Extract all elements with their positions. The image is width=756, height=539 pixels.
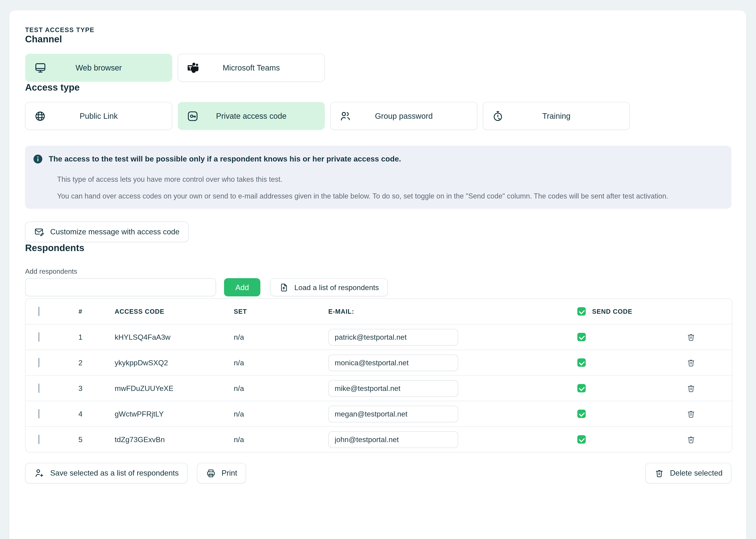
row-checkbox[interactable] (38, 434, 39, 444)
mail-edit-icon (34, 226, 45, 237)
channel-option-microsoft-teams[interactable]: Microsoft Teams (178, 54, 325, 82)
info-icon (34, 155, 42, 165)
row-email-input[interactable] (328, 354, 458, 371)
access-option-public-link[interactable]: Public Link (25, 102, 172, 130)
table-row: 2 ykykppDwSXQ2 n/a (26, 350, 732, 376)
test-access-panel: TEST ACCESS TYPE Channel Web browser Mic… (9, 10, 746, 539)
row-set: n/a (217, 435, 311, 444)
row-checkbox[interactable] (38, 332, 39, 342)
print-label: Print (222, 469, 237, 478)
channel-option-web-browser[interactable]: Web browser (25, 54, 172, 82)
row-send-code-checkbox[interactable] (578, 384, 586, 393)
delete-row-button[interactable] (685, 433, 697, 445)
key-icon (187, 110, 199, 122)
info-box: The access to the test will be possible … (25, 146, 731, 209)
customize-message-button[interactable]: Customize message with access code (25, 222, 188, 242)
channel-heading: Channel (25, 34, 731, 45)
row-set: n/a (217, 384, 311, 393)
trash-icon (686, 383, 696, 393)
add-respondents-label: Add respondents (25, 268, 731, 275)
table-actions: Save selected as a list of respondents P… (25, 463, 731, 484)
access-option-label: Group password (375, 112, 433, 120)
info-line-2: This type of access lets you have more c… (34, 174, 720, 184)
delete-row-button[interactable] (685, 331, 697, 343)
people-icon (339, 110, 352, 122)
info-line-3: You can hand over access codes on your o… (34, 191, 720, 201)
row-access-code: ykykppDwSXQ2 (98, 358, 217, 367)
send-code-all-checkbox[interactable] (578, 307, 586, 316)
page: TEST ACCESS TYPE Channel Web browser Mic… (0, 0, 756, 539)
access-option-group-password[interactable]: Group password (330, 102, 478, 130)
row-email-input[interactable] (328, 406, 458, 422)
trash-icon (654, 468, 665, 478)
trash-icon (686, 358, 696, 367)
row-checkbox[interactable] (38, 383, 39, 393)
add-respondents-input[interactable] (25, 278, 216, 297)
access-option-label: Training (542, 112, 571, 120)
row-email-input[interactable] (328, 380, 458, 397)
access-type-heading: Access type (25, 82, 731, 94)
access-option-label: Public Link (80, 112, 118, 120)
file-upload-icon (279, 282, 289, 292)
row-send-code-checkbox[interactable] (578, 435, 586, 444)
monitor-icon (34, 61, 47, 74)
table-header-row: # ACCESS CODE SET E-MAIL: SEND CODE (26, 299, 732, 325)
header-access-code: ACCESS CODE (98, 308, 217, 315)
info-line-1: The access to the test will be possible … (49, 154, 401, 164)
row-checkbox[interactable] (38, 358, 39, 367)
row-send-code-checkbox[interactable] (578, 333, 586, 341)
table-row: 3 mwFDuZUUYeXE n/a (26, 376, 732, 401)
access-option-label: Private access code (216, 112, 287, 120)
row-checkbox[interactable] (38, 409, 39, 418)
channel-option-label: Microsoft Teams (223, 63, 280, 72)
delete-row-button[interactable] (685, 382, 697, 394)
respondents-heading: Respondents (25, 242, 731, 254)
header-set: SET (217, 308, 311, 315)
stopwatch-icon (492, 110, 504, 122)
printer-icon (206, 468, 216, 478)
header-number: # (63, 308, 98, 315)
person-plus-icon (34, 468, 45, 479)
row-send-code-checkbox[interactable] (578, 358, 586, 367)
delete-selected-button[interactable]: Delete selected (645, 463, 731, 484)
section-eyebrow: TEST ACCESS TYPE (25, 26, 731, 34)
select-all-checkbox[interactable] (38, 306, 39, 316)
row-set: n/a (217, 410, 311, 418)
row-email-input[interactable] (328, 329, 458, 346)
delete-selected-label: Delete selected (670, 469, 722, 478)
save-selected-button[interactable]: Save selected as a list of respondents (25, 463, 188, 484)
row-access-code: mwFDuZUUYeXE (98, 384, 217, 393)
access-option-private-access-code[interactable]: Private access code (178, 102, 325, 130)
add-respondents-controls: Add Load a list of respondents (25, 278, 731, 297)
table-row: 4 gWctwPFRjtLY n/a (26, 401, 732, 427)
header-email: E-MAIL: (311, 308, 549, 315)
globe-icon (34, 110, 46, 122)
access-option-training[interactable]: Training (483, 102, 630, 130)
load-respondents-button[interactable]: Load a list of respondents (270, 278, 388, 297)
row-set: n/a (217, 333, 311, 341)
row-number: 5 (63, 435, 98, 444)
teams-icon (187, 61, 200, 74)
trash-icon (686, 332, 696, 342)
table-row: 5 tdZg73GExvBn n/a (26, 427, 732, 452)
save-selected-label: Save selected as a list of respondents (50, 469, 179, 478)
row-number: 4 (63, 410, 98, 418)
respondents-table: # ACCESS CODE SET E-MAIL: SEND CODE 1 kH… (25, 298, 732, 453)
channel-options: Web browser Microsoft Teams (25, 54, 731, 82)
channel-option-label: Web browser (76, 63, 122, 72)
table-row: 1 kHYLSQ4FaA3w n/a (26, 325, 732, 350)
header-send-code: SEND CODE (592, 308, 632, 315)
row-access-code: kHYLSQ4FaA3w (98, 333, 217, 341)
row-email-input[interactable] (328, 431, 458, 448)
delete-row-button[interactable] (685, 408, 697, 420)
row-number: 1 (63, 333, 98, 341)
add-button[interactable]: Add (224, 278, 260, 297)
print-button[interactable]: Print (197, 463, 246, 484)
row-send-code-checkbox[interactable] (578, 410, 586, 418)
delete-row-button[interactable] (685, 357, 697, 368)
row-number: 3 (63, 384, 98, 393)
row-number: 2 (63, 358, 98, 367)
customize-message-label: Customize message with access code (50, 227, 179, 236)
row-set: n/a (217, 358, 311, 367)
load-respondents-label: Load a list of respondents (294, 283, 379, 292)
